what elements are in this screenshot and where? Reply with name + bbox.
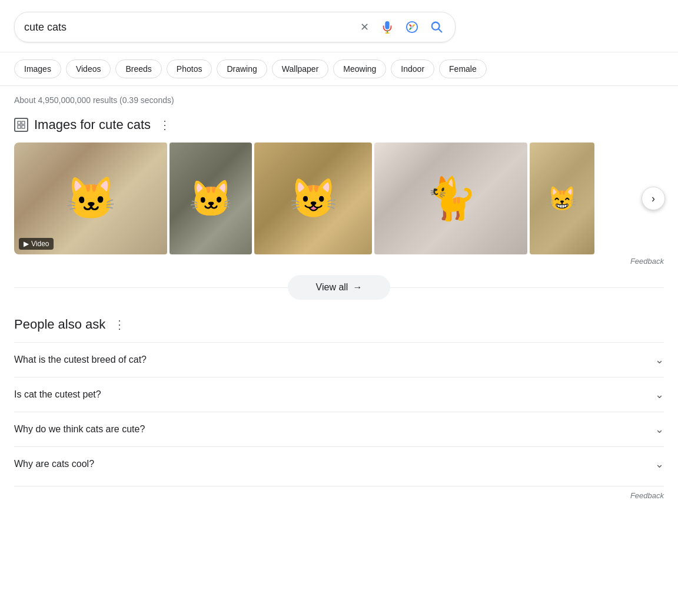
images-feedback[interactable]: Feedback — [14, 257, 664, 266]
clear-button[interactable]: ✕ — [358, 18, 371, 36]
image-grid-container: 🐱 ▶ Video 🐱 😺 🐈 — [14, 143, 664, 254]
svg-point-3 — [410, 25, 414, 29]
search-button[interactable] — [428, 18, 446, 36]
paa-item-1[interactable]: What is the cutest breed of cat? ⌄ — [14, 342, 664, 377]
image-item-1[interactable]: 🐱 ▶ Video — [14, 143, 167, 254]
paa-header: People also ask ⋮ — [14, 316, 664, 333]
chip-female[interactable]: Female — [439, 59, 487, 78]
chip-meowing[interactable]: Meowing — [333, 59, 386, 78]
paa-question-1: What is the cutest breed of cat? — [14, 355, 147, 365]
paa-item-3[interactable]: Why do we think cats are cute? ⌄ — [14, 412, 664, 446]
lens-icon — [406, 21, 418, 34]
paa-more-options-button[interactable]: ⋮ — [111, 316, 128, 333]
svg-line-5 — [438, 29, 441, 32]
results-area: About 4,950,000,000 results (0.39 second… — [0, 86, 678, 509]
chevron-down-icon-2: ⌄ — [655, 388, 664, 401]
arrow-right-icon: → — [353, 282, 362, 293]
image-next-button[interactable]: › — [642, 187, 665, 210]
paa-item-4[interactable]: Why are cats cool? ⌄ — [14, 446, 664, 481]
view-all-container: View all → — [14, 275, 664, 300]
results-count: About 4,950,000,000 results (0.39 second… — [14, 95, 664, 105]
paa-question-2: Is cat the cutest pet? — [14, 389, 101, 400]
paa-title: People also ask — [14, 317, 105, 332]
video-label: Video — [31, 240, 49, 248]
svg-rect-7 — [22, 121, 25, 124]
filter-chips: Images Videos Breeds Photos Drawing Wall… — [0, 52, 678, 86]
view-all-button[interactable]: View all → — [288, 275, 391, 300]
chip-photos[interactable]: Photos — [167, 59, 212, 78]
image-item-4[interactable]: 🐈 — [374, 143, 527, 254]
chip-videos[interactable]: Videos — [66, 59, 111, 78]
play-icon: ▶ — [24, 240, 29, 248]
chevron-down-icon-4: ⌄ — [655, 458, 664, 471]
image-grid: 🐱 ▶ Video 🐱 😺 🐈 — [14, 143, 664, 254]
svg-rect-6 — [18, 121, 21, 124]
svg-rect-8 — [18, 125, 21, 128]
chevron-down-icon-1: ⌄ — [655, 353, 664, 366]
voice-search-button[interactable] — [378, 18, 396, 36]
images-more-options-button[interactable]: ⋮ — [157, 117, 173, 133]
paa-feedback[interactable]: Feedback — [14, 486, 664, 500]
video-badge: ▶ Video — [19, 238, 54, 250]
view-all-label: View all — [316, 282, 348, 293]
mic-icon — [381, 21, 394, 34]
chip-images[interactable]: Images — [14, 59, 61, 78]
paa-item-2[interactable]: Is cat the cutest pet? ⌄ — [14, 377, 664, 412]
chip-drawing[interactable]: Drawing — [217, 59, 267, 78]
paa-question-4: Why are cats cool? — [14, 459, 94, 469]
image-item-3[interactable]: 😺 — [254, 143, 372, 254]
chip-indoor[interactable]: Indoor — [391, 59, 434, 78]
images-section-title: Images for cute cats — [34, 117, 151, 133]
chip-breeds[interactable]: Breeds — [115, 59, 161, 78]
search-bar: ✕ — [14, 12, 456, 42]
search-input[interactable] — [24, 21, 358, 34]
image-item-5[interactable]: 😸 — [530, 143, 594, 254]
search-icon — [430, 21, 443, 34]
paa-question-3: Why do we think cats are cute? — [14, 424, 145, 435]
images-section: Images for cute cats ⋮ 🐱 ▶ Video 🐱 — [14, 117, 664, 300]
images-section-header: Images for cute cats ⋮ — [14, 117, 664, 133]
images-icon — [14, 118, 28, 132]
search-icons: ✕ — [358, 18, 446, 36]
chevron-down-icon-3: ⌄ — [655, 423, 664, 436]
google-lens-button[interactable] — [403, 18, 421, 36]
image-item-2[interactable]: 🐱 — [170, 143, 252, 254]
search-bar-area: ✕ — [0, 0, 678, 52]
paa-section: People also ask ⋮ What is the cutest bre… — [14, 316, 664, 500]
chip-wallpaper[interactable]: Wallpaper — [272, 59, 329, 78]
svg-rect-9 — [22, 125, 25, 128]
